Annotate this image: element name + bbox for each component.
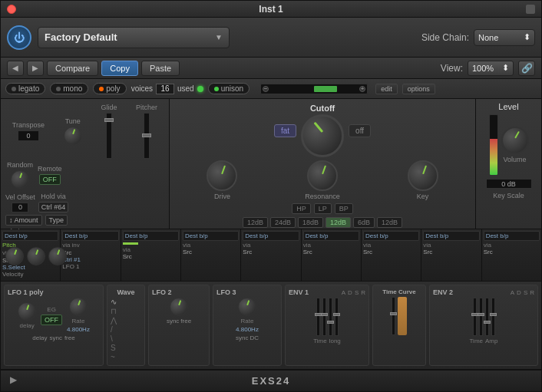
volume-knob[interactable] <box>501 127 529 154</box>
wave-tri[interactable]: ⋀ <box>111 316 141 324</box>
lfo1-delay-section: delay <box>18 302 36 329</box>
plugin-logo: EXS24 <box>252 375 290 387</box>
paste-button[interactable]: Paste <box>141 61 180 76</box>
mod-dest-4[interactable]: Dest b/p <box>183 231 239 241</box>
remote-off-button[interactable]: OFF <box>39 174 61 185</box>
db12-1-button[interactable]: 12dB <box>243 217 268 228</box>
mod-strip-2: Dest b/p via inv Src Ctrl #1 LFO 1 <box>61 229 121 281</box>
link-button[interactable]: 🔗 <box>518 61 535 76</box>
prev-button[interactable]: ◀ <box>7 61 24 76</box>
env1-d-slider[interactable] <box>322 298 326 336</box>
type-button[interactable]: Type <box>45 215 68 226</box>
db12-2-button[interactable]: 12dB <box>326 217 351 228</box>
wave-ramp[interactable]: \ <box>111 334 141 343</box>
amount-button[interactable]: ↕ Amount <box>5 215 42 226</box>
mod-dest-3[interactable]: Dest b/p <box>123 231 179 241</box>
glide-section: Glide <box>101 104 117 159</box>
env2-r-slider[interactable] <box>491 298 495 336</box>
mod-dest-8[interactable]: Dest b/p <box>423 231 479 241</box>
bend-knob[interactable] <box>27 247 45 265</box>
db24-button[interactable]: 24dB <box>270 217 296 228</box>
copy-button[interactable]: Copy <box>101 61 138 76</box>
edit-button[interactable]: edit <box>375 84 398 94</box>
env2-a-slider[interactable] <box>473 298 477 336</box>
pitch-knob[interactable] <box>5 247 24 265</box>
next-button[interactable]: ▶ <box>27 61 44 76</box>
transpose-section: Transpose 0 <box>12 121 45 141</box>
mod-dest-2[interactable]: Dest b/p <box>62 231 118 241</box>
cutoff-knob[interactable] <box>301 114 344 157</box>
db18-button[interactable]: 18dB <box>298 217 323 228</box>
pitcher-slider[interactable] <box>144 113 150 159</box>
wave-saw[interactable]: / <box>111 325 141 334</box>
wave-random[interactable]: S <box>111 344 141 352</box>
volume-db-value: 0 dB <box>486 179 532 189</box>
fine-knob[interactable] <box>48 247 67 265</box>
db6-button[interactable]: 6dB <box>353 217 375 228</box>
mod-dest-7[interactable]: Dest b/p <box>363 231 419 241</box>
random-knob[interactable] <box>11 170 29 189</box>
mod-strip-7: Dest b/p via Src <box>362 229 421 281</box>
vel-offset-value[interactable]: 0 <box>12 203 28 212</box>
drive-knob[interactable] <box>207 160 237 191</box>
hold-via-section: Hold via Ctrl #64 <box>38 193 69 212</box>
fat-button[interactable]: fat <box>274 124 296 137</box>
compare-button[interactable]: Compare <box>47 61 98 76</box>
resonance-knob[interactable] <box>307 160 338 191</box>
lfo1-rate-knob[interactable] <box>69 298 88 316</box>
glide-slider[interactable] <box>106 113 112 159</box>
sidechain-value: None <box>478 33 498 42</box>
power-button[interactable]: ⏻ <box>7 25 31 50</box>
used-led <box>197 86 203 92</box>
voices-input[interactable]: 16 <box>156 84 174 94</box>
preset-dropdown[interactable]: Factory Default ▼ <box>38 27 230 48</box>
view-value: 100% <box>472 64 494 73</box>
sidechain-section: Side Chain: None ⬍ <box>421 29 535 46</box>
eg-off-button[interactable]: OFF <box>41 315 62 325</box>
lfo2-section: LFO 2 sync free <box>148 285 210 366</box>
time-curve-slider[interactable] <box>392 297 395 335</box>
transpose-value[interactable]: 0 <box>18 130 39 141</box>
preset-arrow: ▼ <box>215 33 223 41</box>
mod-strip-5: Dest b/p via Src <box>241 229 301 281</box>
lfo2-free: free <box>180 318 191 324</box>
env1-r-slider[interactable] <box>335 298 339 336</box>
bp-button[interactable]: BP <box>335 203 353 214</box>
close-button[interactable] <box>7 5 16 14</box>
mod-dest-9[interactable]: Dest b/p <box>484 231 540 241</box>
wave-noise[interactable]: ~ <box>111 353 141 361</box>
options-button[interactable]: options <box>402 84 435 94</box>
env2-s-slider[interactable] <box>485 298 489 336</box>
env1-s-slider[interactable] <box>329 298 332 336</box>
env2-d-slider[interactable] <box>479 298 483 336</box>
off-button[interactable]: off <box>349 124 371 137</box>
lfo1-delay-knob[interactable] <box>18 302 36 321</box>
poly-button[interactable]: poly <box>93 83 126 94</box>
hold-via-dropdown[interactable]: Ctrl #64 <box>38 202 69 212</box>
mode-bar: legato mono poly voices 16 used unison <box>1 79 541 99</box>
hp-button[interactable]: HP <box>292 203 311 214</box>
play-button[interactable]: ▶ <box>10 374 24 388</box>
wave-sine[interactable]: ∿ <box>111 298 141 306</box>
mod-dest-1[interactable]: Dest b/p <box>2 231 58 241</box>
mod-strip-4: Dest b/p via Src <box>181 229 241 281</box>
lfo2-knob[interactable] <box>170 298 188 316</box>
lfo3-knob[interactable] <box>238 298 256 316</box>
display-plus[interactable]: + <box>359 86 365 92</box>
db12-3-button[interactable]: 12dB <box>377 217 402 228</box>
lp-button[interactable]: LP <box>314 203 332 214</box>
view-dropdown[interactable]: 100% ⬍ <box>468 61 514 76</box>
env1-a-slider[interactable] <box>316 298 320 336</box>
wave-square[interactable]: ⊓ <box>111 307 141 315</box>
key-knob[interactable] <box>408 160 438 191</box>
mono-button[interactable]: mono <box>50 83 88 94</box>
tune-knob[interactable] <box>64 127 82 145</box>
display-minus[interactable]: − <box>263 86 269 92</box>
unison-button[interactable]: unison <box>208 83 250 94</box>
filter-section: fat Cutoff off Drive Resonance <box>170 99 476 229</box>
sidechain-dropdown[interactable]: None ⬍ <box>474 29 535 46</box>
sidechain-label: Side Chain: <box>421 32 469 43</box>
mod-dest-6[interactable]: Dest b/p <box>303 231 359 241</box>
legato-button[interactable]: legato <box>5 83 45 94</box>
mod-dest-5[interactable]: Dest b/p <box>243 231 299 241</box>
